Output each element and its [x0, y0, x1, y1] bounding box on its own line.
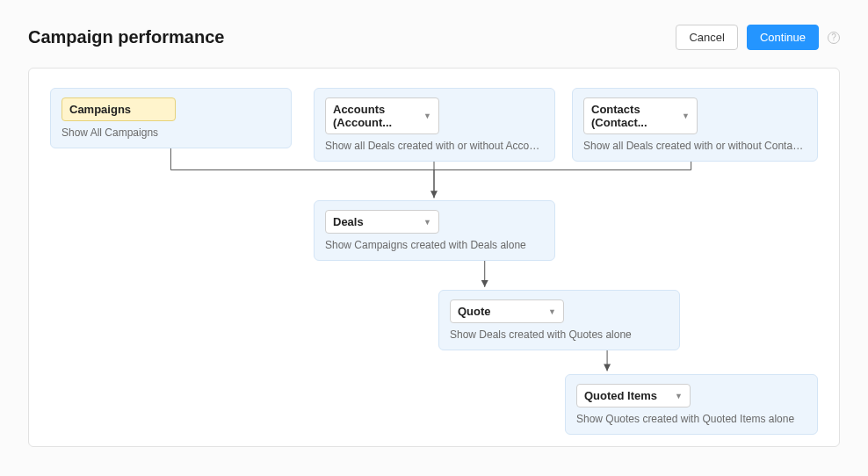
- header-actions: Cancel Continue ?: [676, 25, 840, 50]
- svg-marker-8: [604, 364, 611, 371]
- campaigns-chip[interactable]: Campaigns: [61, 97, 176, 121]
- flow-canvas: Campaigns Show All Campaigns Accounts (A…: [28, 68, 840, 447]
- quoted-items-desc: Show Quotes created with Quoted Items al…: [576, 413, 807, 425]
- chevron-down-icon: ▼: [682, 112, 690, 120]
- cancel-button[interactable]: Cancel: [676, 25, 737, 50]
- accounts-desc: Show all Deals created with or without A…: [325, 140, 544, 152]
- page-title: Campaign performance: [28, 27, 224, 47]
- deals-label: Deals: [333, 215, 364, 228]
- help-icon[interactable]: ?: [828, 32, 840, 44]
- quote-label: Quote: [458, 305, 491, 318]
- chevron-down-icon: ▼: [423, 112, 431, 120]
- chevron-down-icon: ▼: [675, 392, 683, 400]
- quoted-items-chip[interactable]: Quoted Items ▼: [576, 384, 691, 407]
- accounts-label: Accounts (Account...: [333, 103, 423, 129]
- accounts-chip[interactable]: Accounts (Account... ▼: [325, 97, 439, 134]
- contacts-label: Contacts (Contact...: [591, 103, 682, 129]
- quoted-items-label: Quoted Items: [584, 389, 657, 402]
- svg-marker-4: [430, 191, 438, 198]
- deals-chip[interactable]: Deals ▼: [325, 210, 439, 234]
- node-deals[interactable]: Deals ▼ Show Campaigns created with Deal…: [314, 200, 555, 261]
- quote-desc: Show Deals created with Quotes alone: [450, 328, 669, 341]
- node-quoted-items[interactable]: Quoted Items ▼ Show Quotes created with …: [565, 374, 818, 435]
- campaigns-desc: Show All Campaigns: [61, 126, 280, 139]
- node-contacts[interactable]: Contacts (Contact... ▼ Show all Deals cr…: [572, 88, 818, 162]
- header: Campaign performance Cancel Continue ?: [28, 25, 840, 50]
- continue-button[interactable]: Continue: [747, 25, 819, 50]
- chevron-down-icon: ▼: [423, 218, 431, 227]
- contacts-desc: Show all Deals created with or without C…: [583, 140, 807, 152]
- node-campaigns[interactable]: Campaigns Show All Campaigns: [50, 88, 292, 148]
- deals-desc: Show Campaigns created with Deals alone: [325, 239, 544, 251]
- node-quote[interactable]: Quote ▼ Show Deals created with Quotes a…: [438, 290, 680, 350]
- quote-chip[interactable]: Quote ▼: [450, 299, 564, 323]
- campaigns-label: Campaigns: [69, 103, 131, 116]
- svg-marker-6: [481, 280, 488, 287]
- chevron-down-icon: ▼: [548, 307, 556, 316]
- node-accounts[interactable]: Accounts (Account... ▼ Show all Deals cr…: [314, 88, 555, 162]
- contacts-chip[interactable]: Contacts (Contact... ▼: [583, 97, 698, 134]
